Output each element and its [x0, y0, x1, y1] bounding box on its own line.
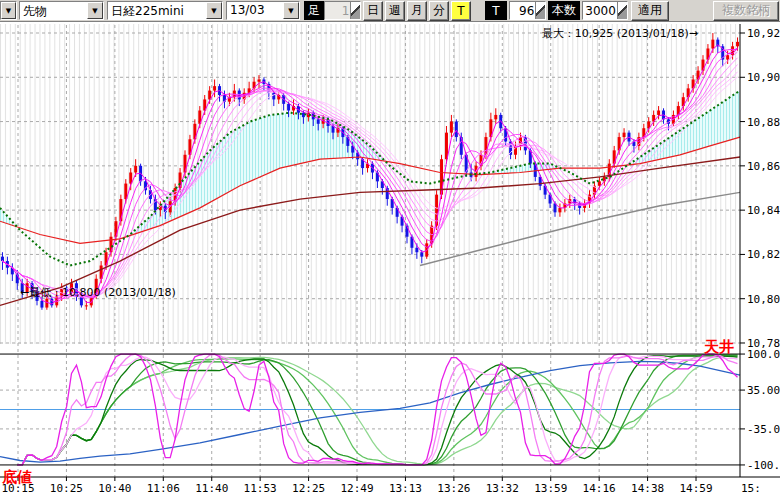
apply-button[interactable]: 適用 [631, 1, 669, 21]
contract-month-value: 13/03 [227, 2, 283, 19]
svg-text:10,865: 10,865 [747, 160, 780, 173]
spinner-icon[interactable] [535, 2, 545, 19]
svg-text:10:25: 10:25 [50, 482, 83, 495]
svg-text:13:26: 13:26 [437, 482, 470, 495]
svg-text:底値: 底値 [1, 468, 32, 486]
chart-application-window: ▼ 先物 ▼ 日経225mini ▼ 13/03 ▼ 足 日 週 月 分 T T… [0, 0, 780, 501]
instrument-type-value: 先物 [20, 2, 87, 19]
bars-count-label: 本数 [548, 1, 580, 20]
dropdown-arrow-icon[interactable]: ▼ [206, 2, 222, 19]
period-day-button[interactable]: 日 [363, 1, 383, 21]
chart-area[interactable]: 10,92510,90510,88510,86510,84510,82510,8… [0, 22, 780, 501]
svg-text:11:06: 11:06 [147, 482, 180, 495]
svg-text:10:40: 10:40 [98, 482, 131, 495]
tick-label: T [485, 1, 507, 20]
svg-text:10,825: 10,825 [747, 248, 780, 261]
svg-text:13:13: 13:13 [389, 482, 422, 495]
svg-text:14:59: 14:59 [679, 482, 712, 495]
svg-text:最大 : 10,925 (2013/01/18)→: 最大 : 10,925 (2013/01/18)→ [542, 27, 698, 40]
price-chart-canvas[interactable]: 10,92510,90510,88510,86510,84510,82510,8… [0, 22, 780, 501]
svg-text:10,845: 10,845 [747, 204, 780, 217]
svg-text:14:16: 14:16 [583, 482, 616, 495]
bars-count-input[interactable] [583, 2, 617, 19]
svg-text:-100.00: -100.00 [747, 459, 780, 472]
multi-symbol-button[interactable]: 複数銘柄 [713, 1, 779, 21]
svg-text:12:25: 12:25 [292, 482, 325, 495]
bars-count-field[interactable] [582, 1, 628, 20]
svg-text:100.00: 100.00 [747, 348, 780, 361]
svg-text:12:49: 12:49 [340, 482, 373, 495]
bar-interval-input[interactable] [325, 2, 350, 19]
instrument-value: 日経225mini [108, 2, 206, 19]
svg-text:10,885: 10,885 [747, 116, 780, 129]
svg-text:35.00: 35.00 [747, 384, 780, 397]
dropdown-arrow-icon[interactable]: ▼ [87, 2, 103, 19]
period-tick-button[interactable]: T [451, 1, 471, 21]
svg-text:13:59: 13:59 [534, 482, 567, 495]
tick-count-input[interactable] [510, 2, 535, 19]
bar-type-label: 足 [304, 1, 324, 20]
svg-text:15:: 15: [741, 482, 761, 495]
svg-text:14:38: 14:38 [631, 482, 664, 495]
svg-text:10,905: 10,905 [747, 71, 780, 84]
svg-text:11:40: 11:40 [195, 482, 228, 495]
svg-text:-35.00: -35.00 [747, 423, 780, 436]
period-month-button[interactable]: 月 [407, 1, 427, 21]
svg-text:10,925: 10,925 [747, 27, 780, 40]
contract-month-select[interactable]: 13/03 ▼ [226, 1, 300, 20]
toolbar: ▼ 先物 ▼ 日経225mini ▼ 13/03 ▼ 足 日 週 月 分 T T… [0, 0, 780, 22]
svg-text:10,805: 10,805 [747, 293, 780, 306]
spinner-icon[interactable] [617, 2, 627, 19]
instrument-type-select[interactable]: 先物 ▼ [19, 1, 104, 20]
period-week-button[interactable]: 週 [385, 1, 405, 21]
svg-text:←最低 : 10,800 (2013/01/18): ←最低 : 10,800 (2013/01/18) [20, 286, 176, 299]
svg-text:11:53: 11:53 [244, 482, 277, 495]
svg-text:天井: 天井 [703, 338, 734, 356]
svg-text:13:32: 13:32 [486, 482, 519, 495]
dropdown-arrow-icon[interactable]: ▼ [1, 2, 16, 19]
tick-count-field[interactable] [509, 1, 546, 20]
spinner-icon[interactable] [350, 2, 360, 19]
instrument-select[interactable]: 日経225mini ▼ [107, 1, 223, 20]
cutoff-combo[interactable]: ▼ [0, 1, 17, 20]
period-minute-button[interactable]: 分 [429, 1, 449, 21]
dropdown-arrow-icon[interactable]: ▼ [283, 2, 299, 19]
bar-interval-field[interactable] [324, 1, 361, 20]
